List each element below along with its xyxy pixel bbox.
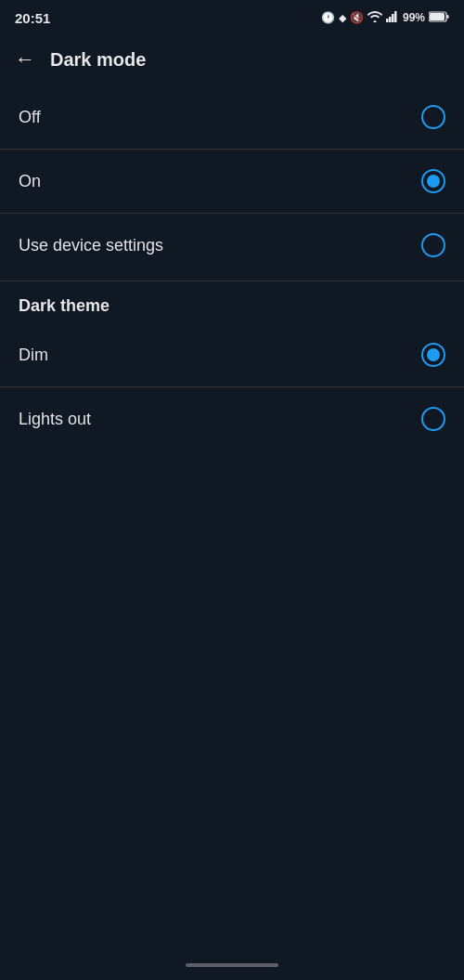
option-on-label: On <box>19 172 41 191</box>
option-off[interactable]: Off <box>0 85 464 149</box>
wifi-icon <box>367 11 382 25</box>
bluetooth-icon: ◆ <box>339 12 346 24</box>
signal-icon <box>386 11 399 25</box>
header: ← Dark mode <box>0 33 464 85</box>
radio-lightsout[interactable] <box>421 407 445 431</box>
nav-pill <box>186 963 278 967</box>
dark-theme-title: Dark theme <box>19 296 110 315</box>
option-off-label: Off <box>19 108 41 127</box>
alarm-icon: 🕐 <box>321 11 335 24</box>
svg-rect-0 <box>386 19 389 22</box>
svg-rect-5 <box>430 13 445 20</box>
radio-on[interactable] <box>421 169 445 193</box>
radio-on-inner <box>427 175 440 188</box>
svg-rect-6 <box>447 15 449 19</box>
battery-icon <box>429 11 449 25</box>
nav-bar <box>0 950 464 980</box>
svg-rect-1 <box>389 17 392 22</box>
radio-dim-inner <box>427 348 440 361</box>
status-icons: 🕐 ◆ 🔇 99% <box>321 11 449 25</box>
status-time: 20:51 <box>15 10 50 26</box>
dark-theme-options-group: Dim Lights out <box>0 323 464 451</box>
option-lightsout[interactable]: Lights out <box>0 387 464 451</box>
svg-rect-2 <box>392 14 394 22</box>
svg-rect-3 <box>394 11 397 22</box>
radio-device[interactable] <box>421 233 445 257</box>
radio-dim[interactable] <box>421 343 445 367</box>
option-device-label: Use device settings <box>19 236 163 255</box>
mode-options-group: Off On Use device settings <box>0 85 464 277</box>
page-title: Dark mode <box>50 49 146 71</box>
option-on[interactable]: On <box>0 150 464 213</box>
battery-percentage: 99% <box>403 11 425 24</box>
option-dim-label: Dim <box>19 346 48 365</box>
status-bar: 20:51 🕐 ◆ 🔇 99% <box>0 0 464 33</box>
option-device[interactable]: Use device settings <box>0 214 464 277</box>
option-lightsout-label: Lights out <box>19 410 91 429</box>
radio-off[interactable] <box>421 105 445 129</box>
option-dim[interactable]: Dim <box>0 323 464 386</box>
dark-theme-section-header: Dark theme <box>0 281 464 323</box>
mute-icon: 🔇 <box>350 11 364 24</box>
back-button[interactable]: ← <box>15 49 35 70</box>
